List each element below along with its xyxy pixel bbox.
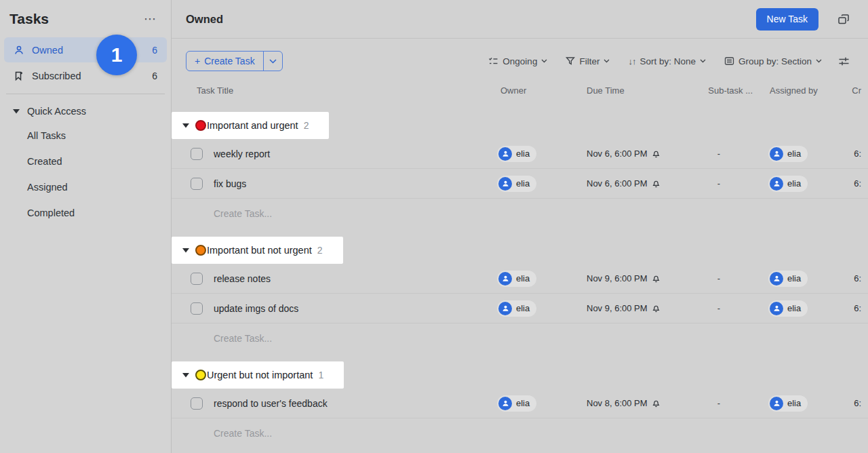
sidebar-item-all-tasks[interactable]: All Tasks (0, 123, 171, 149)
due-time-cell[interactable]: Nov 6, 6:00 PM (573, 178, 685, 189)
assigned-by-name: elia (787, 273, 801, 283)
task-row[interactable]: release notes elia Nov 9, 6:00 PM - elia… (172, 264, 868, 294)
filter-dropdown[interactable]: Filter (566, 56, 610, 66)
owner-pill[interactable]: elia (497, 300, 536, 317)
column-header-assigned-by[interactable]: Assigned by (753, 85, 831, 96)
assigned-by-pill[interactable]: elia (768, 395, 808, 412)
assigned-by-pill[interactable]: elia (768, 300, 808, 317)
group-by-dropdown[interactable]: Group by: Section (724, 56, 822, 66)
owner-name: elia (516, 303, 530, 313)
section-color-dot (195, 370, 206, 380)
task-checkbox[interactable] (191, 302, 203, 315)
task-row[interactable]: fix bugs elia Nov 6, 6:00 PM - elia 6: (172, 169, 868, 199)
task-row[interactable]: update imgs of docs elia Nov 9, 6:00 PM … (172, 294, 868, 323)
task-title[interactable]: update imgs of docs (214, 303, 298, 314)
sidebar-item-created[interactable]: Created (0, 149, 171, 174)
new-task-button[interactable]: New Task (756, 8, 818, 31)
topbar: Owned New Task (172, 0, 868, 39)
tasks-app: Tasks ⋯ Owned 6 Subscribed 6 Quick Acces… (0, 0, 868, 453)
created-cell: 6: (831, 303, 868, 313)
view-controls: Ongoing Filter ↓↑ Sort by: (488, 56, 822, 66)
task-checkbox[interactable] (191, 148, 203, 160)
chevron-down-icon (816, 59, 822, 63)
sidebar-item-owned[interactable]: Owned 6 (4, 37, 167, 62)
column-header-owner[interactable]: Owner (488, 85, 573, 96)
owner-pill[interactable]: elia (497, 395, 536, 412)
create-task-button[interactable]: + Create Task (186, 52, 264, 71)
quick-access-header[interactable]: Quick Access (0, 100, 171, 123)
create-task-dropdown-button[interactable] (264, 52, 282, 71)
person-icon (14, 45, 24, 56)
create-task-inline[interactable]: Create Task... (172, 199, 868, 229)
create-task-inline[interactable]: Create Task... (172, 418, 868, 448)
section-name: Important but not urgent (207, 245, 312, 256)
sidebar-item-count: 6 (152, 71, 157, 81)
column-header-task-title[interactable]: Task Title (172, 85, 488, 96)
assigned-by-pill[interactable]: elia (768, 146, 808, 162)
sidebar-item-count: 6 (152, 45, 157, 56)
more-icon[interactable]: ⋯ (144, 13, 157, 25)
subtask-cell: - (685, 398, 753, 408)
sidebar-item-subscribed[interactable]: Subscribed 6 (4, 63, 167, 88)
subtask-cell: - (685, 273, 753, 283)
filter-label: Filter (579, 56, 599, 66)
funnel-icon (566, 56, 575, 66)
created-cell: 6: (831, 149, 868, 159)
section-color-dot (195, 245, 206, 256)
main-panel: Owned New Task + Create Task (172, 0, 868, 453)
create-task-label: Create Task (204, 56, 254, 66)
task-title[interactable]: weekly report (214, 149, 270, 159)
task-checkbox[interactable] (191, 178, 203, 190)
sidebar-header: Tasks ⋯ (0, 0, 171, 37)
triangle-down-icon (182, 373, 189, 378)
column-header-due-time[interactable]: Due Time (573, 85, 685, 96)
create-task-inline[interactable]: Create Task... (172, 323, 868, 353)
task-list: Important and urgent 2 weekly report eli… (172, 104, 868, 453)
sort-arrows-icon: ↓↑ (628, 56, 635, 66)
section-header-important-but-not-urgent[interactable]: Important but not urgent 2 (172, 237, 343, 264)
due-time-cell[interactable]: Nov 6, 6:00 PM (573, 149, 685, 159)
avatar (498, 272, 512, 285)
column-header-subtask[interactable]: Sub-task ... (685, 85, 753, 96)
task-checkbox[interactable] (191, 273, 203, 285)
column-header-created[interactable]: Cr (831, 85, 868, 96)
avatar (498, 397, 512, 410)
owner-pill[interactable]: elia (497, 176, 536, 192)
table-header: Task Title Owner Due Time Sub-task ... A… (172, 71, 868, 104)
owner-pill[interactable]: elia (497, 271, 536, 287)
task-title[interactable]: respond to user's feedback (214, 398, 328, 409)
section-count: 2 (304, 120, 309, 131)
sort-dropdown[interactable]: ↓↑ Sort by: None (628, 56, 706, 66)
task-row[interactable]: respond to user's feedback elia Nov 8, 6… (172, 389, 868, 418)
group-by-label: Group by: Section (738, 56, 812, 66)
section-name: Important and urgent (207, 120, 298, 131)
owner-name: elia (516, 273, 530, 283)
owner-pill[interactable]: elia (497, 146, 536, 162)
task-row[interactable]: weekly report elia Nov 6, 6:00 PM - elia… (172, 139, 868, 169)
due-time-cell[interactable]: Nov 9, 6:00 PM (573, 303, 685, 313)
sidebar-item-assigned[interactable]: Assigned (0, 174, 171, 200)
open-in-new-window-icon[interactable] (837, 14, 850, 25)
status-filter-dropdown[interactable]: Ongoing (488, 56, 547, 66)
due-time-cell[interactable]: Nov 8, 6:00 PM (573, 398, 685, 408)
reminder-bell-icon (652, 304, 660, 313)
plus-icon: + (195, 56, 200, 66)
sidebar-divider (6, 94, 165, 94)
section-header-urgent-but-not-important[interactable]: Urgent but not important 1 (172, 361, 344, 389)
task-title[interactable]: release notes (214, 273, 271, 284)
assigned-by-pill[interactable]: elia (768, 271, 808, 287)
chevron-down-icon (604, 59, 610, 63)
avatar (498, 147, 512, 161)
assigned-by-pill[interactable]: elia (768, 176, 808, 192)
status-filter-label: Ongoing (502, 56, 537, 66)
triangle-down-icon (13, 109, 20, 114)
task-checkbox[interactable] (191, 397, 203, 410)
create-task-split-button: + Create Task (186, 51, 283, 71)
section-header-important-and-urgent[interactable]: Important and urgent 2 (172, 112, 329, 139)
subtask-cell: - (685, 303, 753, 313)
task-title[interactable]: fix bugs (214, 178, 246, 189)
sidebar-item-completed[interactable]: Completed (0, 200, 171, 226)
due-time-cell[interactable]: Nov 9, 6:00 PM (573, 273, 685, 283)
field-settings-icon[interactable] (838, 56, 850, 66)
created-cell: 6: (831, 398, 868, 408)
